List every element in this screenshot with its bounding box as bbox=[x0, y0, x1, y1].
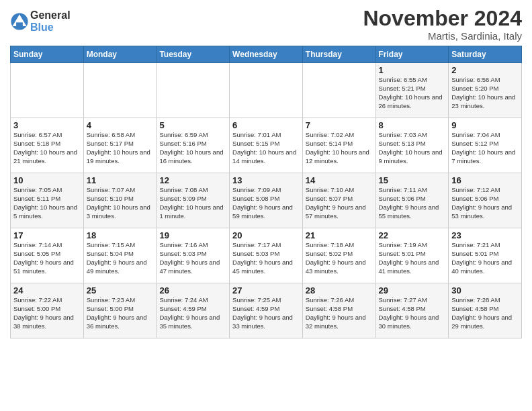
day-cell-32: 28Sunrise: 7:26 AM Sunset: 4:58 PM Dayli… bbox=[302, 283, 375, 338]
day-cell-11: 7Sunrise: 7:02 AM Sunset: 5:14 PM Daylig… bbox=[302, 118, 375, 173]
day-number: 5 bbox=[159, 120, 226, 130]
day-number: 19 bbox=[159, 230, 226, 240]
header-tuesday: Tuesday bbox=[157, 46, 230, 63]
header-friday: Friday bbox=[375, 46, 449, 63]
day-cell-26: 22Sunrise: 7:19 AM Sunset: 5:01 PM Dayli… bbox=[375, 228, 449, 283]
logo: General Blue bbox=[10, 9, 71, 33]
header-wednesday: Wednesday bbox=[230, 46, 303, 63]
day-cell-31: 27Sunrise: 7:25 AM Sunset: 4:59 PM Dayli… bbox=[230, 283, 303, 338]
day-cell-3 bbox=[230, 63, 303, 118]
day-cell-13: 9Sunrise: 7:04 AM Sunset: 5:12 PM Daylig… bbox=[449, 118, 522, 173]
day-detail: Sunrise: 7:18 AM Sunset: 5:02 PM Dayligh… bbox=[306, 241, 373, 275]
day-cell-27: 23Sunrise: 7:21 AM Sunset: 5:01 PM Dayli… bbox=[449, 228, 522, 283]
day-number: 26 bbox=[159, 285, 226, 295]
week-row-3: 10Sunrise: 7:05 AM Sunset: 5:11 PM Dayli… bbox=[11, 173, 522, 228]
day-detail: Sunrise: 7:02 AM Sunset: 5:14 PM Dayligh… bbox=[306, 131, 373, 165]
day-number: 25 bbox=[87, 285, 154, 295]
day-detail: Sunrise: 7:15 AM Sunset: 5:04 PM Dayligh… bbox=[87, 241, 154, 275]
day-detail: Sunrise: 7:16 AM Sunset: 5:03 PM Dayligh… bbox=[159, 241, 226, 275]
day-cell-17: 13Sunrise: 7:09 AM Sunset: 5:08 PM Dayli… bbox=[230, 173, 303, 228]
day-number: 2 bbox=[451, 65, 519, 75]
day-number: 16 bbox=[451, 175, 519, 185]
day-number: 11 bbox=[87, 175, 154, 185]
header: General Blue November 2024 Martis, Sardi… bbox=[10, 7, 522, 42]
day-number: 7 bbox=[306, 120, 373, 130]
logo-text: General Blue bbox=[30, 9, 71, 33]
day-detail: Sunrise: 7:01 AM Sunset: 5:15 PM Dayligh… bbox=[232, 131, 300, 165]
day-detail: Sunrise: 7:11 AM Sunset: 5:06 PM Dayligh… bbox=[379, 186, 446, 220]
day-detail: Sunrise: 7:14 AM Sunset: 5:05 PM Dayligh… bbox=[13, 241, 81, 275]
day-cell-4 bbox=[302, 63, 375, 118]
weekday-header-row: Sunday Monday Tuesday Wednesday Thursday… bbox=[11, 46, 522, 63]
day-number: 14 bbox=[306, 175, 373, 185]
day-number: 22 bbox=[379, 230, 446, 240]
location-subtitle: Martis, Sardinia, Italy bbox=[363, 30, 522, 42]
day-cell-1 bbox=[83, 63, 157, 118]
header-monday: Monday bbox=[83, 46, 157, 63]
week-row-4: 17Sunrise: 7:14 AM Sunset: 5:05 PM Dayli… bbox=[11, 228, 522, 283]
day-number: 3 bbox=[13, 120, 81, 130]
day-number: 24 bbox=[13, 285, 81, 295]
day-number: 17 bbox=[13, 230, 81, 240]
day-detail: Sunrise: 7:10 AM Sunset: 5:07 PM Dayligh… bbox=[306, 186, 373, 220]
day-cell-28: 24Sunrise: 7:22 AM Sunset: 5:00 PM Dayli… bbox=[11, 283, 84, 338]
day-detail: Sunrise: 7:12 AM Sunset: 5:06 PM Dayligh… bbox=[451, 186, 519, 220]
day-number: 18 bbox=[87, 230, 154, 240]
day-number: 28 bbox=[306, 285, 373, 295]
month-title: November 2024 bbox=[363, 7, 522, 30]
day-cell-5: 1Sunrise: 6:55 AM Sunset: 5:21 PM Daylig… bbox=[375, 63, 449, 118]
day-detail: Sunrise: 6:57 AM Sunset: 5:18 PM Dayligh… bbox=[13, 131, 81, 165]
day-detail: Sunrise: 7:05 AM Sunset: 5:11 PM Dayligh… bbox=[13, 186, 81, 220]
day-number: 12 bbox=[159, 175, 226, 185]
day-detail: Sunrise: 7:09 AM Sunset: 5:08 PM Dayligh… bbox=[232, 186, 300, 220]
day-number: 13 bbox=[232, 175, 300, 185]
header-thursday: Thursday bbox=[302, 46, 375, 63]
day-cell-33: 29Sunrise: 7:27 AM Sunset: 4:58 PM Dayli… bbox=[375, 283, 449, 338]
day-cell-24: 20Sunrise: 7:17 AM Sunset: 5:03 PM Dayli… bbox=[230, 228, 303, 283]
day-detail: Sunrise: 7:04 AM Sunset: 5:12 PM Dayligh… bbox=[451, 131, 519, 165]
day-cell-30: 26Sunrise: 7:24 AM Sunset: 4:59 PM Dayli… bbox=[157, 283, 230, 338]
day-cell-22: 18Sunrise: 7:15 AM Sunset: 5:04 PM Dayli… bbox=[83, 228, 157, 283]
header-sunday: Sunday bbox=[11, 46, 84, 63]
day-cell-19: 15Sunrise: 7:11 AM Sunset: 5:06 PM Dayli… bbox=[375, 173, 449, 228]
day-cell-29: 25Sunrise: 7:23 AM Sunset: 5:00 PM Dayli… bbox=[83, 283, 157, 338]
day-cell-25: 21Sunrise: 7:18 AM Sunset: 5:02 PM Dayli… bbox=[302, 228, 375, 283]
day-cell-0 bbox=[11, 63, 84, 118]
day-number: 8 bbox=[379, 120, 446, 130]
calendar-table: Sunday Monday Tuesday Wednesday Thursday… bbox=[10, 46, 522, 338]
day-detail: Sunrise: 7:27 AM Sunset: 4:58 PM Dayligh… bbox=[379, 296, 446, 330]
day-detail: Sunrise: 7:26 AM Sunset: 4:58 PM Dayligh… bbox=[306, 296, 373, 330]
day-number: 30 bbox=[451, 285, 519, 295]
day-detail: Sunrise: 7:03 AM Sunset: 5:13 PM Dayligh… bbox=[379, 131, 446, 165]
week-row-1: 1Sunrise: 6:55 AM Sunset: 5:21 PM Daylig… bbox=[11, 63, 522, 118]
day-detail: Sunrise: 7:28 AM Sunset: 4:58 PM Dayligh… bbox=[451, 296, 519, 330]
day-detail: Sunrise: 7:24 AM Sunset: 4:59 PM Dayligh… bbox=[159, 296, 226, 330]
day-detail: Sunrise: 6:59 AM Sunset: 5:16 PM Dayligh… bbox=[159, 131, 226, 165]
day-cell-2 bbox=[157, 63, 230, 118]
day-detail: Sunrise: 7:22 AM Sunset: 5:00 PM Dayligh… bbox=[13, 296, 81, 330]
day-detail: Sunrise: 6:55 AM Sunset: 5:21 PM Dayligh… bbox=[379, 76, 446, 110]
day-cell-16: 12Sunrise: 7:08 AM Sunset: 5:09 PM Dayli… bbox=[157, 173, 230, 228]
title-area: November 2024 Martis, Sardinia, Italy bbox=[363, 7, 522, 42]
day-number: 4 bbox=[87, 120, 154, 130]
day-detail: Sunrise: 7:21 AM Sunset: 5:01 PM Dayligh… bbox=[451, 241, 519, 275]
day-cell-34: 30Sunrise: 7:28 AM Sunset: 4:58 PM Dayli… bbox=[449, 283, 522, 338]
day-detail: Sunrise: 6:58 AM Sunset: 5:17 PM Dayligh… bbox=[87, 131, 154, 165]
day-cell-12: 8Sunrise: 7:03 AM Sunset: 5:13 PM Daylig… bbox=[375, 118, 449, 173]
day-detail: Sunrise: 7:25 AM Sunset: 4:59 PM Dayligh… bbox=[232, 296, 300, 330]
day-cell-21: 17Sunrise: 7:14 AM Sunset: 5:05 PM Dayli… bbox=[11, 228, 84, 283]
day-number: 1 bbox=[379, 65, 446, 75]
day-detail: Sunrise: 7:07 AM Sunset: 5:10 PM Dayligh… bbox=[87, 186, 154, 220]
day-number: 15 bbox=[379, 175, 446, 185]
day-cell-8: 4Sunrise: 6:58 AM Sunset: 5:17 PM Daylig… bbox=[83, 118, 157, 173]
day-detail: Sunrise: 7:23 AM Sunset: 5:00 PM Dayligh… bbox=[87, 296, 154, 330]
day-cell-20: 16Sunrise: 7:12 AM Sunset: 5:06 PM Dayli… bbox=[449, 173, 522, 228]
day-cell-10: 6Sunrise: 7:01 AM Sunset: 5:15 PM Daylig… bbox=[230, 118, 303, 173]
day-detail: Sunrise: 7:17 AM Sunset: 5:03 PM Dayligh… bbox=[232, 241, 300, 275]
week-row-5: 24Sunrise: 7:22 AM Sunset: 5:00 PM Dayli… bbox=[11, 283, 522, 338]
day-cell-14: 10Sunrise: 7:05 AM Sunset: 5:11 PM Dayli… bbox=[11, 173, 84, 228]
day-detail: Sunrise: 7:19 AM Sunset: 5:01 PM Dayligh… bbox=[379, 241, 446, 275]
day-number: 27 bbox=[232, 285, 300, 295]
day-detail: Sunrise: 7:08 AM Sunset: 5:09 PM Dayligh… bbox=[159, 186, 226, 220]
day-number: 20 bbox=[232, 230, 300, 240]
